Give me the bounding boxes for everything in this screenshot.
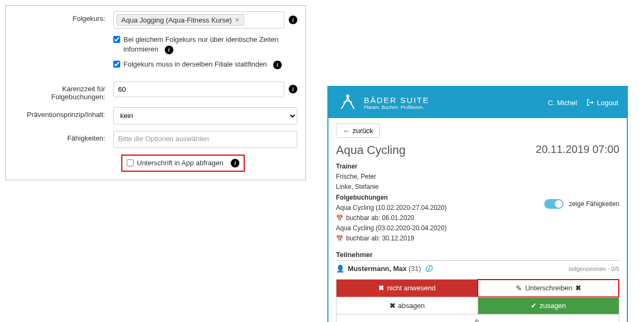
signature-checkbox-row: Unterschrift in App abfragen i <box>121 155 245 172</box>
x-icon: ✖ <box>390 302 396 310</box>
karenz-input[interactable] <box>113 82 284 97</box>
info-icon[interactable]: i <box>231 159 239 167</box>
logout-icon <box>587 99 594 106</box>
participant-age: (31) <box>408 265 421 273</box>
info-icon[interactable]: ⓘ <box>423 264 433 274</box>
checkbox-identical-times-label: Bei gleichem Folgekurs nur über identisc… <box>123 35 279 53</box>
prinzip-label: Präventionsprinzip/Inhalt: <box>14 107 113 119</box>
followup-bookable: buchbar ab: 06.01.2020 <box>346 213 414 223</box>
remove-tag-icon[interactable]: × <box>235 16 239 24</box>
folgekurs-tag-input[interactable]: Aqua Jogging (Aqua-Fitness Kurse) × <box>113 11 284 28</box>
arrow-left-icon: ← <box>343 127 350 135</box>
checkbox-signature[interactable] <box>127 159 134 166</box>
app-logo-icon <box>337 92 358 113</box>
app-window: BÄDER SUITE Planen. Buchen. Profitieren.… <box>327 86 628 322</box>
followup-bookable: buchbar ab: 30.12.2019 <box>346 233 414 244</box>
sign-button[interactable]: Unterschreiben ✖ <box>478 280 619 297</box>
course-title: Aqua Cycling <box>336 143 406 157</box>
karenz-label: Karenzzeit für Folgebuchungen: <box>14 82 113 101</box>
calendar-icon: 📅 <box>336 234 343 244</box>
show-skills-toggle[interactable] <box>544 199 564 209</box>
folgebuchungen-label: Folgebuchungen <box>336 194 388 201</box>
person-icon: 👤 <box>336 265 345 273</box>
cancel-button[interactable]: ✖ absagen <box>336 297 478 314</box>
teilnehmer-heading: Teilnehmer <box>336 251 619 261</box>
action-grid: ✖ nicht anwesend Unterschreiben ✖ ✖ absa… <box>336 279 619 314</box>
faehigkeiten-label: Fähigkeiten: <box>14 131 113 142</box>
participant-status: teilgenommen - 0/5 <box>569 266 619 272</box>
check-icon <box>531 302 537 310</box>
brand-tagline: Planen. Buchen. Profitieren. <box>364 105 429 110</box>
checkbox-signature-label: Unterschrift in App abfragen <box>137 159 223 167</box>
info-icon[interactable]: i <box>289 85 297 93</box>
followup-course: Aqua Cycling (10.02.2020-27.04.2020) <box>336 203 447 213</box>
x-icon: ✖ <box>378 284 384 292</box>
app-header: BÄDER SUITE Planen. Buchen. Profitieren.… <box>328 87 627 118</box>
folgekurs-label: Folgekurs: <box>14 11 113 23</box>
confirm-button[interactable]: zusagen <box>478 297 619 314</box>
logout-button[interactable]: Logout <box>587 99 618 107</box>
edit-row-button[interactable] <box>336 314 619 323</box>
show-skills-label: zeige Fähigkeiten <box>569 200 619 208</box>
edit-icon <box>474 318 481 323</box>
brand-title: BÄDER SUITE <box>364 96 429 105</box>
x-icon: ✖ <box>575 284 581 292</box>
participant-name: Mustermann, Max <box>348 265 407 273</box>
checkbox-same-branch[interactable] <box>113 61 120 68</box>
back-button[interactable]: ← zurück <box>336 123 380 138</box>
trainer-name: Linke, Stefanie <box>336 182 447 192</box>
info-icon[interactable]: i <box>165 46 173 54</box>
info-icon[interactable]: i <box>273 61 282 69</box>
followup-course: Aqua Cycling (03.02.2020-20.04.2020) <box>336 223 447 233</box>
course-config-form: Folgekurs: Aqua Jogging (Aqua-Fitness Ku… <box>5 5 306 180</box>
calendar-icon: 📅 <box>336 214 343 223</box>
participant-row: 👤 Mustermann, Max (31) ⓘ teilgenommen - … <box>336 261 619 277</box>
checkbox-identical-times[interactable] <box>113 36 120 43</box>
not-present-button[interactable]: ✖ nicht anwesend <box>336 280 478 297</box>
trainer-name: Frische, Peter <box>336 172 447 182</box>
folgekurs-tag: Aqua Jogging (Aqua-Fitness Kurse) × <box>116 14 244 26</box>
edit-icon <box>516 284 522 292</box>
header-username[interactable]: C. Michel <box>548 99 577 107</box>
trainer-label: Trainer <box>336 163 357 170</box>
checkbox-same-branch-label: Folgekurs muss in derselben Filiale stat… <box>123 60 267 68</box>
faehigkeiten-multiselect[interactable]: Bitte die Optionen auswählen <box>113 131 297 148</box>
prinzip-select[interactable]: kein <box>113 107 297 125</box>
course-datetime: 20.11.2019 07:00 <box>536 143 619 156</box>
info-icon[interactable]: i <box>289 16 297 24</box>
svg-point-0 <box>346 94 349 98</box>
